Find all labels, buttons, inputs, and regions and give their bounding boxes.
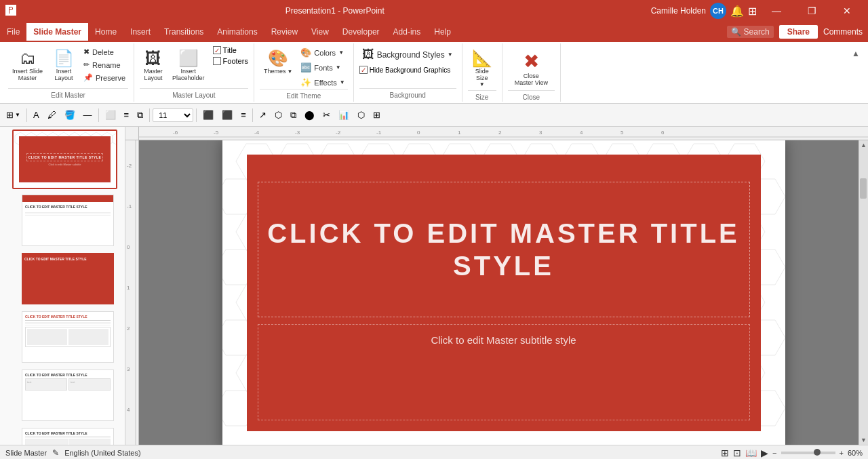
- highlight-button[interactable]: 🖊: [44, 108, 60, 122]
- zoom-out-button[interactable]: −: [772, 449, 776, 457]
- menu-animations[interactable]: Animations: [210, 23, 264, 41]
- themes-arrow: ▼: [287, 68, 292, 75]
- user-avatar[interactable]: CH: [710, 3, 726, 19]
- minimize-button[interactable]: —: [761, 0, 792, 22]
- slide-thumb-3[interactable]: CLICK TO EDIT MASTER TITLE STYLE: [20, 252, 115, 306]
- connector-btn[interactable]: ↗: [256, 108, 270, 122]
- spacing-btn[interactable]: ≡: [237, 108, 250, 122]
- insert-slide-master-button[interactable]: 🗂 Insert Slide Master: [8, 46, 47, 84]
- effects-button[interactable]: ✨ Effects ▼: [298, 76, 347, 89]
- menu-developer[interactable]: Developer: [336, 23, 387, 41]
- rename-button[interactable]: ✏ Rename: [81, 59, 128, 71]
- ribbon-collapse-button[interactable]: ▲: [849, 46, 863, 61]
- themes-icon: 🎨: [268, 49, 288, 68]
- thumb-4-content: CLICK TO EDIT MASTER TITLE STYLE: [22, 312, 113, 350]
- comments-button[interactable]: Comments: [823, 27, 863, 37]
- menu-insert[interactable]: Insert: [123, 23, 157, 41]
- group-button[interactable]: ⧉: [134, 108, 146, 123]
- thumb-6-content: CLICK TO EDIT MASTER TITLE STYLE: [22, 428, 113, 445]
- view-normal-icon[interactable]: ⊞: [721, 447, 729, 458]
- shapes-btn[interactable]: ⬡: [271, 108, 285, 122]
- close-button[interactable]: ✕: [831, 0, 863, 22]
- delete-button[interactable]: ✖ Delete: [81, 46, 128, 58]
- bg-styles-arrow: ▼: [448, 52, 453, 58]
- fonts-icon: 🔤: [300, 62, 311, 73]
- slide-thumb-6[interactable]: CLICK TO EDIT MASTER TITLE STYLE: [20, 426, 115, 445]
- svg-text:3: 3: [127, 366, 130, 372]
- slide-title-container[interactable]: CLICK TO EDIT MASTER TITLE STYLE: [258, 182, 750, 317]
- crop-btn[interactable]: ✂: [319, 108, 334, 122]
- view-present-icon[interactable]: ▶: [761, 447, 768, 458]
- layout-picker[interactable]: ⊞ ▼: [3, 108, 24, 122]
- shadow-btn[interactable]: ⬤: [301, 108, 318, 122]
- ribbon-content: 🗂 Insert Slide Master 📄 Insert Layout ✖ …: [0, 42, 868, 103]
- fonts-button[interactable]: 🔤 Fonts ▼: [298, 61, 347, 74]
- slide-size-button[interactable]: 📐 Slide Size ▼: [468, 46, 496, 90]
- arrange-button[interactable]: ⬜: [102, 108, 119, 122]
- slide-canvas-wrapper[interactable]: // This won't run in SVG, using static p…: [222, 140, 785, 445]
- canvas-outer: -6 -5 -4 -3 -2 -1 0 1 2 3 4 5 6: [125, 127, 868, 445]
- menu-add-ins[interactable]: Add-ins: [387, 23, 428, 41]
- preserve-icon: 📌: [83, 73, 93, 82]
- zoom-slider[interactable]: [781, 452, 835, 454]
- sep5: [252, 108, 253, 122]
- ribbon-group-close: ✖ Close Master View Close: [502, 43, 561, 102]
- close-master-view-button[interactable]: ✖ Close Master View: [508, 46, 555, 90]
- hide-background-checkbox[interactable]: ✓ Hide Background Graphics: [359, 66, 451, 74]
- svg-text:-2: -2: [336, 129, 341, 136]
- menu-bar: File Slide Master Home Insert Transition…: [0, 22, 868, 42]
- share-button[interactable]: Share: [779, 25, 818, 39]
- menu-view[interactable]: View: [304, 23, 336, 41]
- font-color-button[interactable]: A: [30, 108, 43, 122]
- master-layout-button[interactable]: 🖼 Master Layout: [140, 46, 167, 84]
- table-btn[interactable]: ⊞: [370, 108, 384, 122]
- fill-button[interactable]: 🪣: [61, 108, 79, 122]
- scroll-down-button[interactable]: ▼: [859, 435, 868, 445]
- view-slide-icon[interactable]: ⊡: [733, 447, 741, 458]
- colors-button[interactable]: 🎨 Colors ▼: [298, 46, 347, 59]
- title-checkbox[interactable]: ✓ Title: [213, 46, 248, 54]
- zoom-in-button[interactable]: +: [840, 449, 844, 457]
- smart-btn[interactable]: 📊: [335, 108, 353, 122]
- menu-home[interactable]: Home: [88, 23, 123, 41]
- align-button[interactable]: ≡: [121, 108, 133, 122]
- background-styles-button[interactable]: 🖼 Background Styles ▼: [359, 46, 456, 63]
- line-button[interactable]: —: [80, 108, 96, 122]
- thumb-5-content: CLICK TO EDIT MASTER TITLE STYLE text te…: [22, 370, 113, 393]
- ruler-h-numbers: -6 -5 -4 -3 -2 -1 0 1 2 3 4 5 6: [139, 127, 868, 140]
- slide-panel: CLICK TO EDIT MASTER TITLE STYLE Click t…: [0, 127, 125, 445]
- view-icon[interactable]: ⊞: [748, 5, 757, 18]
- slide-size-arrow: ▼: [479, 81, 485, 87]
- title-bar-user-area: Camille Holden CH 🔔 ⊞ — ❐ ✕: [651, 0, 863, 22]
- footers-checkbox[interactable]: Footers: [213, 57, 248, 65]
- search-label[interactable]: Search: [744, 27, 770, 37]
- insert-placeholder-button[interactable]: ⬜ Insert Placeholder: [168, 46, 209, 84]
- select-btn[interactable]: ⬡: [354, 108, 368, 122]
- slide-thumb-4[interactable]: CLICK TO EDIT MASTER TITLE STYLE: [20, 310, 115, 364]
- scroll-thumb[interactable]: [860, 178, 867, 199]
- ribbon-group-size: 📐 Slide Size ▼ Size: [462, 43, 502, 102]
- align-left[interactable]: ⬛: [199, 108, 217, 122]
- slide-thumb-5[interactable]: CLICK TO EDIT MASTER TITLE STYLE text te…: [20, 368, 115, 422]
- scroll-track: [859, 150, 868, 435]
- themes-button[interactable]: 🎨 Themes ▼: [260, 46, 296, 77]
- slide-subtitle-container[interactable]: Click to edit Master subtitle style: [258, 324, 750, 420]
- slide-thumb-1[interactable]: CLICK TO EDIT MASTER TITLE STYLE Click t…: [12, 129, 117, 189]
- arrange-order[interactable]: ⧉: [287, 108, 300, 123]
- menu-file[interactable]: File: [0, 23, 26, 41]
- menu-help[interactable]: Help: [427, 23, 458, 41]
- preserve-button[interactable]: 📌 Preserve: [81, 72, 128, 83]
- scroll-up-button[interactable]: ▲: [859, 140, 868, 150]
- zoom-percent[interactable]: 60%: [848, 449, 863, 457]
- menu-review[interactable]: Review: [264, 23, 304, 41]
- notification-icon[interactable]: 🔔: [730, 5, 744, 18]
- view-reading-icon[interactable]: 📖: [745, 447, 757, 458]
- font-size-dropdown[interactable]: 11: [153, 108, 193, 122]
- menu-slide-master[interactable]: Slide Master: [26, 23, 88, 41]
- align-center[interactable]: ⬛: [218, 108, 236, 122]
- vertical-scrollbar[interactable]: ▲ ▼: [859, 140, 868, 445]
- restore-button[interactable]: ❐: [796, 0, 827, 22]
- insert-layout-button[interactable]: 📄 Insert Layout: [50, 46, 78, 84]
- slide-thumb-2[interactable]: CLICK TO EDIT MASTER TITLE STYLE: [20, 193, 115, 247]
- menu-transitions[interactable]: Transitions: [157, 23, 210, 41]
